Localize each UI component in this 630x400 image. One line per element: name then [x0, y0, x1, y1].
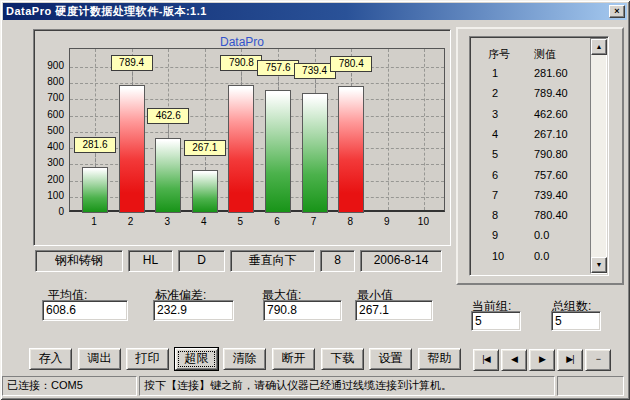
- value-connector: [241, 72, 242, 85]
- x-tick-label: 9: [377, 216, 397, 227]
- stat-value-0[interactable]: 608.6: [42, 300, 128, 321]
- table-header-value: 测值: [534, 47, 556, 62]
- y-tick-label: 700: [36, 92, 64, 103]
- measurement-panel: 序号测值1281.602789.403462.604267.105790.806…: [456, 27, 624, 285]
- table-row-value: 0.0: [534, 229, 549, 241]
- table-row-value: 267.10: [534, 128, 568, 140]
- table-row-index: 9: [492, 229, 498, 241]
- close-icon[interactable]: ×: [609, 5, 625, 18]
- nav-first-button[interactable]: |◀: [473, 349, 499, 371]
- print-button[interactable]: 打印: [126, 348, 169, 370]
- bar-1: [82, 167, 108, 213]
- table-row-index: 4: [492, 128, 498, 140]
- value-label: 281.6: [74, 137, 116, 153]
- clear-button[interactable]: 清除: [223, 348, 266, 370]
- disconnect-button[interactable]: 断开: [272, 348, 315, 370]
- x-tick-label: 3: [157, 216, 177, 227]
- value-connector: [315, 80, 316, 93]
- y-tick-label: 100: [36, 190, 64, 201]
- table-row-value: 281.60: [534, 67, 568, 79]
- bar-7: [302, 93, 328, 213]
- x-tick-label: 5: [230, 216, 250, 227]
- x-tick-label: 2: [121, 216, 141, 227]
- x-gridline: [388, 49, 389, 210]
- stat-value-3[interactable]: 267.1: [355, 300, 433, 321]
- stat-value-2[interactable]: 790.8: [263, 300, 342, 321]
- table-row-value: 0.0: [534, 250, 549, 262]
- y-tick-label: 600: [36, 109, 64, 120]
- recall-button[interactable]: 调出: [78, 348, 121, 370]
- value-label: 462.6: [147, 108, 189, 124]
- status-connection: 已连接：COM5: [2, 376, 137, 396]
- nav-previous-button[interactable]: ◀: [501, 349, 527, 371]
- table-row-index: 6: [492, 169, 498, 181]
- bar-3: [155, 138, 181, 213]
- table-row-index: 7: [492, 189, 498, 201]
- info-field-2[interactable]: D: [178, 250, 225, 272]
- bar-6: [265, 90, 291, 213]
- nav-next-button[interactable]: ▶: [529, 349, 555, 371]
- table-row-index: 3: [492, 108, 498, 120]
- x-gridline: [424, 49, 425, 210]
- value-connector: [95, 154, 96, 167]
- measurement-list[interactable]: 序号测值1281.602789.403462.604267.105790.806…: [469, 36, 609, 276]
- table-row-value: 757.60: [534, 169, 568, 181]
- list-scrollbar[interactable]: ▲ ▼: [590, 38, 607, 274]
- status-message: 按下【连接】键之前，请确认仪器已经通过线缆连接到计算机。: [139, 376, 555, 396]
- table-row-value: 790.80: [534, 148, 568, 160]
- over-limit-button[interactable]: 超限: [175, 348, 218, 370]
- info-field-0[interactable]: 钢和铸钢: [35, 250, 123, 272]
- app-window: DataPro 硬度计数据处理软件-版本:1.1 × DataPro 281.6…: [0, 0, 630, 400]
- save-button[interactable]: 存入: [29, 348, 72, 370]
- bar-8: [338, 86, 364, 213]
- info-field-5[interactable]: 2006-8-14: [360, 250, 442, 272]
- table-row-value: 739.40: [534, 189, 568, 201]
- x-tick-label: 8: [340, 216, 360, 227]
- help-button[interactable]: 帮助: [418, 348, 461, 370]
- status-right: [557, 376, 624, 396]
- value-label: 780.4: [330, 56, 372, 72]
- y-tick-label: 200: [36, 174, 64, 185]
- table-row-value: 789.40: [534, 87, 568, 99]
- y-tick-label: 400: [36, 141, 64, 152]
- value-connector: [278, 77, 279, 90]
- table-row-value: 462.60: [534, 108, 568, 120]
- nav-last-button[interactable]: ▶|: [557, 349, 583, 371]
- value-connector: [205, 157, 206, 170]
- nav-delete-button[interactable]: −: [585, 349, 611, 371]
- info-field-1[interactable]: HL: [128, 250, 173, 272]
- download-button[interactable]: 下载: [321, 348, 364, 370]
- chart-panel: DataPro 281.6789.4462.6267.1790.8757.673…: [33, 29, 451, 246]
- value-label: 267.1: [184, 140, 226, 156]
- table-header-index: 序号: [488, 47, 510, 62]
- x-tick-label: 1: [84, 216, 104, 227]
- chart-title: DataPro: [34, 35, 450, 49]
- info-field-4[interactable]: 8: [320, 250, 355, 272]
- table-row-index: 1: [492, 67, 498, 79]
- window-title: DataPro 硬度计数据处理软件-版本:1.1: [6, 4, 207, 19]
- table-row-index: 5: [492, 148, 498, 160]
- x-tick-label: 10: [413, 216, 433, 227]
- stat-value-1[interactable]: 232.9: [153, 300, 234, 321]
- y-tick-label: 500: [36, 125, 64, 136]
- x-tick-label: 7: [304, 216, 324, 227]
- total-groups-input[interactable]: 5: [551, 311, 601, 331]
- bar-4: [192, 170, 218, 213]
- value-connector: [132, 72, 133, 85]
- value-connector: [351, 73, 352, 86]
- current-group-input[interactable]: 5: [471, 311, 521, 331]
- settings-button[interactable]: 设置: [369, 348, 412, 370]
- scroll-down-icon[interactable]: ▼: [591, 257, 607, 273]
- value-connector: [168, 125, 169, 138]
- bar-2: [119, 85, 145, 213]
- bar-chart: 281.6789.4462.6267.1790.8757.6739.4780.4: [69, 48, 445, 212]
- x-tick-label: 6: [267, 216, 287, 227]
- scroll-up-icon[interactable]: ▲: [591, 39, 607, 55]
- bar-5: [228, 85, 254, 213]
- table-row-index: 10: [492, 250, 504, 262]
- value-label: 789.4: [111, 55, 153, 71]
- table-row-value: 780.40: [534, 209, 568, 221]
- title-bar[interactable]: DataPro 硬度计数据处理软件-版本:1.1 ×: [3, 3, 627, 20]
- info-field-3[interactable]: 垂直向下: [230, 250, 315, 272]
- y-tick-label: 900: [36, 60, 64, 71]
